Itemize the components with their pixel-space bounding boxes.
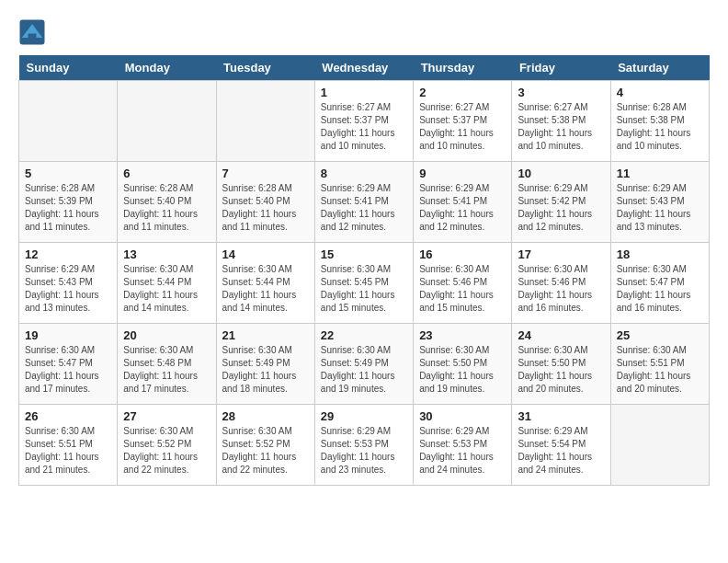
calendar-week-row: 26Sunrise: 6:30 AM Sunset: 5:51 PM Dayli… [19,405,710,486]
day-info: Sunrise: 6:30 AM Sunset: 5:47 PM Dayligh… [617,263,703,315]
calendar-cell: 26Sunrise: 6:30 AM Sunset: 5:51 PM Dayli… [19,405,118,486]
day-number: 1 [321,86,407,99]
day-number: 25 [617,328,703,342]
col-header-sunday: Sunday [19,55,118,81]
calendar-cell: 15Sunrise: 6:30 AM Sunset: 5:45 PM Dayli… [314,243,413,324]
day-info: Sunrise: 6:29 AM Sunset: 5:41 PM Dayligh… [321,182,407,234]
calendar-cell [118,81,216,162]
calendar-cell: 20Sunrise: 6:30 AM Sunset: 5:48 PM Dayli… [118,324,216,405]
day-number: 24 [518,328,604,342]
day-number: 9 [419,167,506,180]
day-info: Sunrise: 6:28 AM Sunset: 5:39 PM Dayligh… [25,182,111,234]
col-header-thursday: Thursday [414,55,512,81]
logo-icon [18,18,46,46]
calendar-cell: 22Sunrise: 6:30 AM Sunset: 5:49 PM Dayli… [314,324,413,405]
day-info: Sunrise: 6:30 AM Sunset: 5:48 PM Dayligh… [123,344,210,396]
calendar-cell: 14Sunrise: 6:30 AM Sunset: 5:44 PM Dayli… [216,243,314,324]
calendar-cell: 10Sunrise: 6:29 AM Sunset: 5:42 PM Dayli… [512,162,610,243]
day-info: Sunrise: 6:30 AM Sunset: 5:46 PM Dayligh… [419,263,506,315]
calendar-cell: 21Sunrise: 6:30 AM Sunset: 5:49 PM Dayli… [216,324,314,405]
day-info: Sunrise: 6:30 AM Sunset: 5:49 PM Dayligh… [222,344,309,396]
day-info: Sunrise: 6:30 AM Sunset: 5:52 PM Dayligh… [222,425,309,477]
day-number: 2 [419,86,506,99]
day-number: 4 [617,86,703,99]
calendar-week-row: 1Sunrise: 6:27 AM Sunset: 5:37 PM Daylig… [19,81,710,162]
day-info: Sunrise: 6:28 AM Sunset: 5:40 PM Dayligh… [123,182,210,234]
calendar-cell: 31Sunrise: 6:29 AM Sunset: 5:54 PM Dayli… [512,405,610,486]
col-header-wednesday: Wednesday [314,55,413,81]
calendar-cell: 16Sunrise: 6:30 AM Sunset: 5:46 PM Dayli… [414,243,512,324]
calendar-cell: 4Sunrise: 6:28 AM Sunset: 5:38 PM Daylig… [610,81,709,162]
day-info: Sunrise: 6:30 AM Sunset: 5:44 PM Dayligh… [123,263,210,315]
calendar-cell: 30Sunrise: 6:29 AM Sunset: 5:53 PM Dayli… [414,405,512,486]
calendar-cell: 19Sunrise: 6:30 AM Sunset: 5:47 PM Dayli… [19,324,118,405]
calendar-cell: 23Sunrise: 6:30 AM Sunset: 5:50 PM Dayli… [414,324,512,405]
day-info: Sunrise: 6:28 AM Sunset: 5:38 PM Dayligh… [617,101,703,153]
calendar-table: SundayMondayTuesdayWednesdayThursdayFrid… [18,55,710,486]
calendar-cell: 9Sunrise: 6:29 AM Sunset: 5:41 PM Daylig… [414,162,512,243]
day-number: 22 [321,328,407,342]
day-info: Sunrise: 6:30 AM Sunset: 5:50 PM Dayligh… [518,344,604,396]
page-header [18,18,710,46]
calendar-cell: 28Sunrise: 6:30 AM Sunset: 5:52 PM Dayli… [216,405,314,486]
calendar-cell: 6Sunrise: 6:28 AM Sunset: 5:40 PM Daylig… [118,162,216,243]
calendar-cell: 12Sunrise: 6:29 AM Sunset: 5:43 PM Dayli… [19,243,118,324]
day-number: 7 [222,167,309,180]
day-number: 30 [419,409,506,423]
calendar-cell: 25Sunrise: 6:30 AM Sunset: 5:51 PM Dayli… [610,324,709,405]
calendar-cell: 5Sunrise: 6:28 AM Sunset: 5:39 PM Daylig… [19,162,118,243]
calendar-week-row: 12Sunrise: 6:29 AM Sunset: 5:43 PM Dayli… [19,243,710,324]
calendar-cell [19,81,118,162]
day-number: 12 [25,247,111,261]
calendar-week-row: 5Sunrise: 6:28 AM Sunset: 5:39 PM Daylig… [19,162,710,243]
calendar-cell: 3Sunrise: 6:27 AM Sunset: 5:38 PM Daylig… [512,81,610,162]
calendar-cell: 11Sunrise: 6:29 AM Sunset: 5:43 PM Dayli… [610,162,709,243]
calendar-cell: 17Sunrise: 6:30 AM Sunset: 5:46 PM Dayli… [512,243,610,324]
day-info: Sunrise: 6:27 AM Sunset: 5:37 PM Dayligh… [321,101,407,153]
calendar-cell: 27Sunrise: 6:30 AM Sunset: 5:52 PM Dayli… [118,405,216,486]
day-number: 15 [321,247,407,261]
day-number: 6 [123,167,210,180]
day-number: 10 [518,167,604,180]
calendar-week-row: 19Sunrise: 6:30 AM Sunset: 5:47 PM Dayli… [19,324,710,405]
day-number: 26 [25,409,111,423]
col-header-friday: Friday [512,55,610,81]
day-number: 8 [321,167,407,180]
calendar-cell: 7Sunrise: 6:28 AM Sunset: 5:40 PM Daylig… [216,162,314,243]
logo [18,18,50,46]
day-number: 21 [222,328,309,342]
day-info: Sunrise: 6:30 AM Sunset: 5:50 PM Dayligh… [419,344,506,396]
day-number: 3 [518,86,604,99]
calendar-cell: 29Sunrise: 6:29 AM Sunset: 5:53 PM Dayli… [314,405,413,486]
day-info: Sunrise: 6:30 AM Sunset: 5:45 PM Dayligh… [321,263,407,315]
day-number: 5 [25,167,111,180]
day-info: Sunrise: 6:29 AM Sunset: 5:43 PM Dayligh… [25,263,111,315]
day-number: 11 [617,167,703,180]
day-number: 27 [123,409,210,423]
day-info: Sunrise: 6:27 AM Sunset: 5:37 PM Dayligh… [419,101,506,153]
day-info: Sunrise: 6:29 AM Sunset: 5:42 PM Dayligh… [518,182,604,234]
day-info: Sunrise: 6:29 AM Sunset: 5:43 PM Dayligh… [617,182,703,234]
day-number: 20 [123,328,210,342]
calendar-header-row: SundayMondayTuesdayWednesdayThursdayFrid… [19,55,710,81]
calendar-cell [216,81,314,162]
day-number: 23 [419,328,506,342]
day-number: 16 [419,247,506,261]
calendar-cell: 24Sunrise: 6:30 AM Sunset: 5:50 PM Dayli… [512,324,610,405]
day-info: Sunrise: 6:30 AM Sunset: 5:47 PM Dayligh… [25,344,111,396]
calendar-cell: 2Sunrise: 6:27 AM Sunset: 5:37 PM Daylig… [414,81,512,162]
calendar-cell [610,405,709,486]
calendar-cell: 13Sunrise: 6:30 AM Sunset: 5:44 PM Dayli… [118,243,216,324]
calendar-cell: 8Sunrise: 6:29 AM Sunset: 5:41 PM Daylig… [314,162,413,243]
col-header-monday: Monday [118,55,216,81]
day-info: Sunrise: 6:30 AM Sunset: 5:44 PM Dayligh… [222,263,309,315]
day-number: 13 [123,247,210,261]
day-info: Sunrise: 6:30 AM Sunset: 5:51 PM Dayligh… [25,425,111,477]
calendar-cell: 1Sunrise: 6:27 AM Sunset: 5:37 PM Daylig… [314,81,413,162]
day-info: Sunrise: 6:29 AM Sunset: 5:41 PM Dayligh… [419,182,506,234]
day-number: 19 [25,328,111,342]
col-header-saturday: Saturday [610,55,709,81]
day-info: Sunrise: 6:30 AM Sunset: 5:52 PM Dayligh… [123,425,210,477]
day-info: Sunrise: 6:30 AM Sunset: 5:49 PM Dayligh… [321,344,407,396]
day-number: 17 [518,247,604,261]
